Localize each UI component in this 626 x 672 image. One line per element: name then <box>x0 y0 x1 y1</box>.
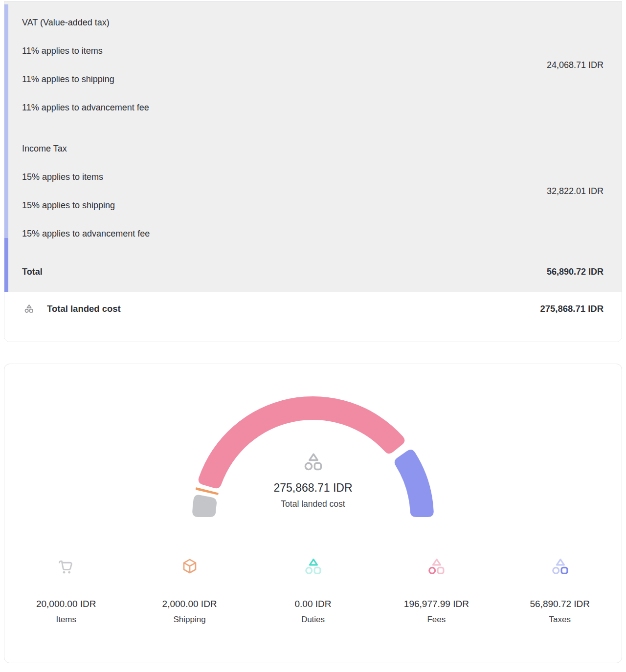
tax-rule-row: 15% applies to advancement fee <box>22 219 547 248</box>
shapes-icon <box>303 557 323 577</box>
chart-legend: 20,000.00 IDRItems 2,000.00 IDRShipping … <box>4 557 622 625</box>
legend-label: Shipping <box>174 615 206 625</box>
legend-value: 0.00 IDR <box>295 599 332 609</box>
legend-label: Taxes <box>549 615 571 625</box>
cost-breakdown-card: VAT (Value-added tax)11% applies to item… <box>4 1 622 342</box>
tax-rule-row: 11% applies to advancement fee <box>22 93 547 122</box>
tax-group-value: 24,068.71 IDR <box>547 60 604 70</box>
cart-icon <box>56 557 76 577</box>
total-landed-cost-value: 275,868.71 IDR <box>540 303 604 314</box>
legend-item-shipping: 2,000.00 IDRShipping <box>128 557 251 625</box>
taxes-total-value: 56,890.72 IDR <box>547 267 604 277</box>
gauge-chart: 275,868.71 IDR Total landed cost <box>4 364 622 546</box>
tax-rule-row: 15% applies to shipping <box>22 191 547 219</box>
legend-value: 20,000.00 IDR <box>36 599 96 609</box>
legend-item-taxes: 56,890.72 IDRTaxes <box>498 557 622 625</box>
shapes-icon <box>426 557 447 577</box>
tax-group: Income Tax15% applies to items15% applie… <box>22 134 604 248</box>
legend-item-duties: 0.00 IDRDuties <box>251 557 375 625</box>
legend-item-items: 20,000.00 IDRItems <box>4 557 128 625</box>
gauge-segment-fees <box>199 396 405 488</box>
gauge-segment-items <box>192 495 217 517</box>
total-landed-cost-label: Total landed cost <box>47 303 121 314</box>
legend-label: Fees <box>427 615 446 625</box>
legend-value: 56,890.72 IDR <box>530 599 590 609</box>
legend-label: Duties <box>301 615 325 625</box>
gauge-arcs <box>4 364 622 546</box>
tax-rule-row: 11% applies to shipping <box>22 65 547 93</box>
taxes-total-row: Total 56,890.72 IDR <box>22 258 604 286</box>
gauge-segment-taxes <box>395 450 434 517</box>
tax-group-header: Income Tax <box>22 134 547 163</box>
tax-group-header: VAT (Value-added tax) <box>22 8 547 37</box>
total-landed-cost-row: Total landed cost 275,868.71 IDR <box>4 292 622 342</box>
tax-groups: VAT (Value-added tax)11% applies to item… <box>22 8 604 248</box>
tax-group-value: 32,822.01 IDR <box>547 186 604 196</box>
legend-value: 2,000.00 IDR <box>162 599 217 609</box>
gauge-segment-shipping <box>196 487 219 495</box>
legend-label: Items <box>56 615 76 625</box>
tax-rule-row: 15% applies to items <box>22 163 547 191</box>
shapes-icon <box>23 303 34 314</box>
legend-value: 196,977.99 IDR <box>404 599 469 609</box>
shapes-icon <box>550 557 570 577</box>
left-scrollbar-track[interactable] <box>4 4 8 292</box>
legend-item-fees: 196,977.99 IDRFees <box>375 557 498 625</box>
tax-group: VAT (Value-added tax)11% applies to item… <box>22 8 604 122</box>
package-icon <box>179 557 200 577</box>
tax-rule-row: 11% applies to items <box>22 37 547 65</box>
tax-breakdown-panel: VAT (Value-added tax)11% applies to item… <box>4 1 622 292</box>
taxes-total-label: Total <box>22 267 43 277</box>
left-scrollbar-thumb[interactable] <box>4 238 8 292</box>
landed-cost-chart-card: 275,868.71 IDR Total landed cost 20,000.… <box>4 364 622 663</box>
